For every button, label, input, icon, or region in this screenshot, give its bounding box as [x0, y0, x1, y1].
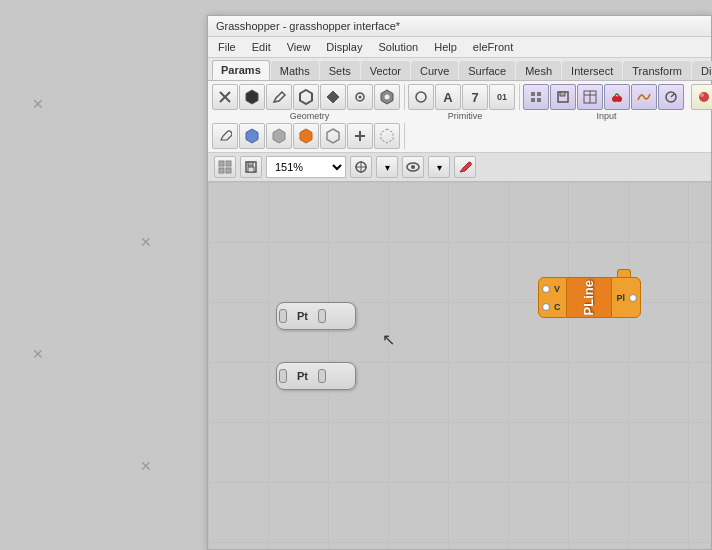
tool-wave-btn[interactable]	[631, 84, 657, 110]
tool-hexlight-btn[interactable]	[320, 123, 346, 149]
svg-rect-44	[248, 167, 254, 172]
tool-7-btn[interactable]: 7	[462, 84, 488, 110]
svg-point-23	[699, 92, 709, 102]
svg-point-24	[700, 93, 704, 97]
tool-hexoutline-btn[interactable]	[293, 84, 319, 110]
pline-right-ports: Pl	[611, 277, 642, 318]
pt-node-2[interactable]: Pt	[276, 362, 356, 390]
tool-red-blob-btn[interactable]	[691, 84, 712, 110]
menu-bar: File Edit View Display Solution Help ele…	[208, 37, 711, 58]
svg-point-20	[616, 96, 622, 102]
canvas-toolbar: 151% ▾ ▾	[208, 153, 711, 182]
svg-rect-12	[531, 98, 535, 102]
tool-cherry-btn[interactable]	[604, 84, 630, 110]
geometry-label: Geometry	[290, 111, 330, 121]
pt-node-1[interactable]: Pt	[276, 302, 356, 330]
svg-rect-11	[537, 92, 541, 96]
primitive-section: A 7 01	[408, 84, 520, 110]
svg-rect-43	[248, 162, 253, 166]
tool-dial-btn[interactable]	[658, 84, 684, 110]
input-label: Input	[596, 111, 616, 121]
svg-point-9	[416, 92, 426, 102]
svg-point-49	[411, 165, 415, 169]
toolbar-area: Geometry A 7 01 Primitive	[208, 81, 711, 153]
tab-params[interactable]: Params	[212, 60, 270, 80]
menu-edit[interactable]: Edit	[246, 39, 277, 55]
canvas-area[interactable]: Pt Pt V C	[208, 182, 711, 549]
tab-bar: Params Maths Sets Vector Curve Surface M…	[208, 58, 711, 81]
tool-hexblue-btn[interactable]	[239, 123, 265, 149]
tool-01-btn[interactable]: 01	[489, 84, 515, 110]
cursor-icon: ↖	[382, 330, 395, 349]
canvas-eye-btn[interactable]	[402, 156, 424, 178]
tab-intersect[interactable]: Intersect	[562, 61, 622, 80]
tool-x-btn[interactable]	[212, 84, 238, 110]
canvas-crosshair-btn[interactable]	[350, 156, 372, 178]
primitive-label: Primitive	[448, 111, 483, 121]
zoom-select[interactable]: 151%	[266, 156, 346, 178]
tool-plus-btn[interactable]	[347, 123, 373, 149]
port-pl-dot	[629, 294, 637, 302]
svg-marker-32	[273, 129, 285, 143]
tool-table-btn[interactable]	[577, 84, 603, 110]
menu-solution[interactable]: Solution	[372, 39, 424, 55]
canvas-dropdown1-btn[interactable]: ▾	[376, 156, 398, 178]
canvas-save-btn[interactable]	[240, 156, 262, 178]
svg-rect-15	[560, 92, 565, 96]
menu-view[interactable]: View	[281, 39, 317, 55]
svg-marker-4	[327, 91, 339, 103]
tool-hexorange-btn[interactable]	[293, 123, 319, 149]
pline-center: PLine	[567, 277, 611, 318]
pt1-right-port	[318, 309, 326, 323]
tool-pen-btn[interactable]	[266, 84, 292, 110]
tool-A-btn[interactable]: A	[435, 84, 461, 110]
tab-curve[interactable]: Curve	[411, 61, 458, 80]
tool-grid-btn[interactable]	[523, 84, 549, 110]
util-section-wrap: Util	[691, 84, 712, 121]
tab-sets[interactable]: Sets	[320, 61, 360, 80]
svg-marker-33	[300, 129, 312, 143]
svg-rect-39	[226, 161, 231, 166]
tool-hexgray-btn[interactable]	[266, 123, 292, 149]
menu-elefront[interactable]: eleFront	[467, 39, 519, 55]
tool-hexsettings-btn[interactable]	[374, 84, 400, 110]
tool-diamond-btn[interactable]	[320, 84, 346, 110]
tab-vector[interactable]: Vector	[361, 61, 410, 80]
svg-point-8	[385, 95, 390, 100]
pt1-label: Pt	[287, 310, 318, 322]
canvas-paint-btn[interactable]	[454, 156, 476, 178]
menu-display[interactable]: Display	[320, 39, 368, 55]
cross-decoration-3: ✕	[32, 346, 44, 362]
pt2-left-port	[279, 369, 287, 383]
tool-hexdotted-btn[interactable]	[374, 123, 400, 149]
tool-pen2-btn[interactable]	[212, 123, 238, 149]
port-v-label: V	[551, 284, 563, 294]
tab-transform[interactable]: Transform	[623, 61, 691, 80]
pt2-label: Pt	[287, 370, 318, 382]
menu-file[interactable]: File	[212, 39, 242, 55]
tool-gear-small-btn[interactable]	[347, 84, 373, 110]
geo-row2	[212, 123, 405, 149]
svg-marker-34	[327, 129, 339, 143]
cross-decoration-2: ✕	[140, 234, 152, 250]
canvas-grid-btn[interactable]	[214, 156, 236, 178]
tab-maths[interactable]: Maths	[271, 61, 319, 80]
geometry-section	[212, 84, 405, 110]
pt1-left-port	[279, 309, 287, 323]
port-c-dot	[542, 303, 550, 311]
tool-hexfill-btn[interactable]	[239, 84, 265, 110]
tab-surface[interactable]: Surface	[459, 61, 515, 80]
tab-display[interactable]: Displa	[692, 61, 712, 80]
tab-mesh[interactable]: Mesh	[516, 61, 561, 80]
cross-decoration-4: ✕	[140, 458, 152, 474]
tool-floppy-btn[interactable]	[550, 84, 576, 110]
svg-point-6	[359, 96, 362, 99]
menu-help[interactable]: Help	[428, 39, 463, 55]
pline-component[interactable]: V C PLine Pl	[538, 277, 641, 318]
tool-circle-btn[interactable]	[408, 84, 434, 110]
svg-rect-10	[531, 92, 535, 96]
svg-marker-37	[381, 129, 393, 143]
toolbar-row-2	[210, 122, 709, 150]
svg-rect-38	[219, 161, 224, 166]
canvas-dropdown2-btn[interactable]: ▾	[428, 156, 450, 178]
